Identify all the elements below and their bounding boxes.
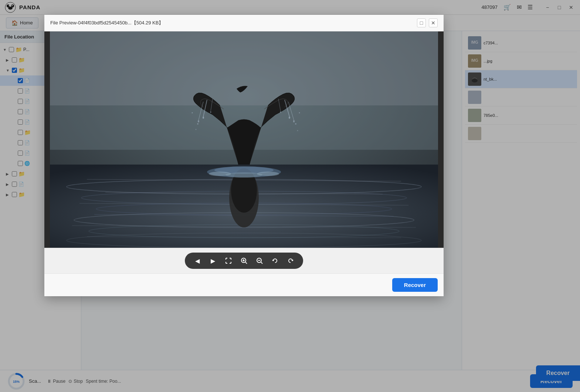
zoom-out-button[interactable] xyxy=(254,256,265,266)
prev-button[interactable]: ◀ xyxy=(192,256,203,266)
rotate-left-button[interactable] xyxy=(270,256,280,266)
preview-dialog: File Preview-04f4f03bdf5d2545450b...【504… xyxy=(44,15,444,296)
dialog-footer: Recover xyxy=(44,273,444,296)
svg-point-38 xyxy=(203,116,204,119)
svg-point-45 xyxy=(293,120,295,122)
svg-line-60 xyxy=(245,262,247,264)
dialog-toolbar: ◀ ▶ xyxy=(44,248,444,273)
whale-image xyxy=(50,31,438,248)
dialog-close-button[interactable]: ✕ xyxy=(429,18,438,27)
dialog-titlebar: File Preview-04f4f03bdf5d2545450b...【504… xyxy=(44,15,444,31)
svg-point-49 xyxy=(196,129,197,130)
dialog-controls: □ ✕ xyxy=(417,18,438,27)
svg-point-48 xyxy=(197,123,199,125)
rotate-right-button[interactable] xyxy=(285,256,296,266)
app-window: PANDA 487097 🛒 ✉ ☰ − □ ✕ 🏠 Home File Loc… xyxy=(0,0,580,392)
svg-point-47 xyxy=(280,111,281,113)
svg-point-53 xyxy=(299,112,300,114)
svg-point-50 xyxy=(295,123,296,125)
dialog-title: File Preview-04f4f03bdf5d2545450b...【504… xyxy=(50,20,163,26)
svg-line-64 xyxy=(261,262,262,264)
toolbar-buttons: ◀ ▶ xyxy=(185,253,303,269)
svg-point-44 xyxy=(289,116,290,119)
dialog-overlay: File Preview-04f4f03bdf5d2545450b...【504… xyxy=(0,0,580,392)
dialog-image-area xyxy=(44,31,444,248)
svg-point-39 xyxy=(198,120,199,122)
zoom-in-button[interactable] xyxy=(239,256,249,266)
recover-button-dialog[interactable]: Recover xyxy=(392,278,438,292)
dialog-maximize-button[interactable]: □ xyxy=(417,18,426,27)
svg-point-58 xyxy=(225,172,262,178)
fullscreen-button[interactable] xyxy=(223,256,234,266)
next-button[interactable]: ▶ xyxy=(208,256,218,266)
svg-point-52 xyxy=(192,112,193,114)
svg-point-51 xyxy=(297,130,298,131)
svg-rect-20 xyxy=(50,31,438,105)
svg-point-41 xyxy=(210,111,211,113)
